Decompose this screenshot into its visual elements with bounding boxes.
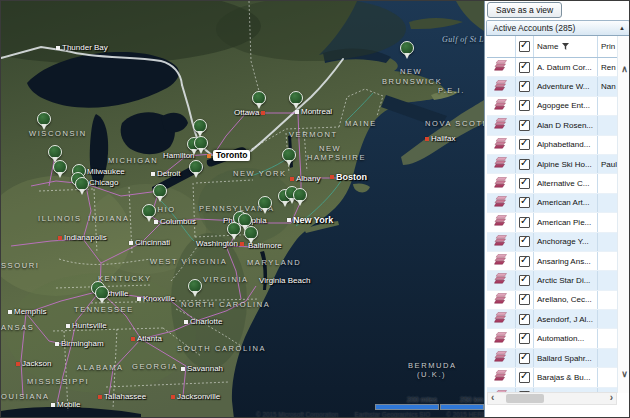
primary-column-label: Prin — [601, 42, 615, 51]
table-row[interactable]: Ansaring Ans... — [487, 252, 619, 271]
row-checkbox[interactable] — [519, 81, 530, 92]
accounts-panel-header[interactable]: Active Accounts (285) ▲ — [486, 20, 630, 36]
state-label: ANSAS — [1, 323, 34, 332]
table-row[interactable]: Alpine Ski Ho...Paul — [487, 155, 619, 174]
scroll-right-icon[interactable]: › — [610, 392, 613, 403]
map-attribution: © 2015 Microsoft Corporation Earthstar G… — [256, 411, 484, 418]
map-pin[interactable] — [282, 148, 296, 162]
table-row[interactable]: Automation... — [487, 329, 619, 348]
save-as-view-button[interactable]: Save as a view — [487, 2, 562, 18]
map-pin[interactable] — [227, 222, 241, 236]
account-icon — [494, 155, 508, 173]
city-label: Halifax — [425, 134, 455, 143]
map-pin[interactable] — [37, 112, 51, 126]
highlighted-city-label: Toronto — [207, 150, 250, 161]
city-label: Cincinnati — [129, 238, 170, 247]
table-row[interactable]: Alphabetland... — [487, 136, 619, 155]
row-checkbox[interactable] — [519, 62, 530, 73]
map-pin[interactable] — [75, 177, 89, 191]
map-pin[interactable] — [244, 226, 258, 240]
state-label: OUISIANA — [1, 392, 50, 401]
state-label: NEW — [400, 67, 422, 76]
row-checkbox[interactable] — [519, 294, 530, 305]
map-pin[interactable] — [95, 286, 109, 300]
map-pin[interactable] — [400, 41, 414, 55]
name-column-label: Name — [537, 42, 558, 51]
attribution-microsoft: © 2015 Microsoft Corporation — [256, 411, 338, 418]
account-name: Alphabetland... — [537, 140, 590, 149]
map-pin[interactable] — [189, 160, 203, 174]
row-checkbox[interactable] — [519, 139, 530, 150]
map-viewport[interactable]: WISCONSINMICHIGANILLINOISINDIANAOHIOPENN… — [1, 1, 484, 418]
horizontal-scroll-thumb[interactable] — [506, 394, 544, 403]
filter-icon[interactable] — [562, 43, 569, 50]
row-checkbox[interactable] — [519, 120, 530, 131]
table-row[interactable]: Adventure W...Nan — [487, 77, 619, 96]
row-checkbox[interactable] — [519, 372, 530, 383]
map-pin[interactable] — [194, 136, 208, 150]
account-icon — [494, 271, 508, 289]
table-row[interactable]: Arellano, Cec... — [487, 291, 619, 310]
row-checkbox[interactable] — [519, 256, 530, 267]
state-label: MAINE — [345, 119, 377, 128]
table-row[interactable]: Agopgee Ent... — [487, 97, 619, 116]
collapse-icon[interactable]: ▲ — [619, 25, 629, 31]
row-checkbox[interactable] — [519, 353, 530, 364]
scroll-down-icon[interactable]: ∨ — [619, 369, 630, 379]
table-row[interactable]: Alternative C... — [487, 174, 619, 193]
map-pin[interactable] — [193, 119, 207, 133]
horizontal-scrollbar[interactable]: ‹ › — [487, 392, 617, 405]
primary-column-header[interactable]: Prin — [598, 36, 619, 57]
row-checkbox[interactable] — [519, 100, 530, 111]
account-name: Arctic Star Di... — [537, 276, 590, 285]
scroll-up-icon[interactable]: ∧ — [619, 64, 630, 74]
scroll-left-icon[interactable]: ‹ — [491, 392, 494, 403]
state-label: BERMUDA — [408, 361, 457, 370]
account-icon — [494, 116, 508, 134]
map-pin[interactable] — [48, 145, 62, 159]
row-checkbox[interactable] — [519, 197, 530, 208]
map-pin[interactable] — [188, 279, 202, 293]
row-checkbox[interactable] — [519, 236, 530, 247]
city-label: Jackson — [16, 359, 51, 368]
table-row[interactable]: A. Datum Cor...Ren — [487, 58, 619, 77]
state-label: TENNESSEE — [74, 305, 134, 314]
map-pin[interactable] — [142, 204, 156, 218]
account-icon — [494, 368, 508, 386]
state-label: GEORGIA — [132, 362, 178, 371]
map-pin[interactable] — [293, 188, 307, 202]
account-icon — [494, 330, 508, 348]
account-icon — [494, 310, 508, 328]
row-checkbox[interactable] — [519, 314, 530, 325]
table-row[interactable]: Arctic Star Di... — [487, 271, 619, 290]
state-label: NOVA SCOTIA — [425, 119, 484, 128]
row-checkbox[interactable] — [519, 217, 530, 228]
account-icon — [494, 291, 508, 309]
map-pin[interactable] — [252, 91, 266, 105]
table-row[interactable]: Alan D Rosen... — [487, 116, 619, 135]
attribution-here: © 2015 HERE — [446, 411, 484, 418]
accounts-panel-title: Active Accounts (285) — [487, 23, 619, 33]
state-label: ILLINOIS — [38, 214, 82, 223]
name-column-header[interactable]: Name — [534, 36, 598, 57]
map-pin[interactable] — [53, 160, 67, 174]
map-pin[interactable] — [289, 91, 303, 105]
row-checkbox[interactable] — [519, 159, 530, 170]
table-row[interactable]: Barajas & Bu... — [487, 368, 619, 387]
table-row[interactable]: American Art... — [487, 194, 619, 213]
table-row[interactable]: Anchorage Y... — [487, 233, 619, 252]
row-checkbox[interactable] — [519, 275, 530, 286]
table-row[interactable]: Ballard Spahr... — [487, 349, 619, 368]
city-label: Tallahassee — [98, 392, 146, 401]
row-checkbox[interactable] — [519, 178, 530, 189]
select-all-checkbox[interactable] — [519, 41, 530, 52]
vertical-scrollbar[interactable]: ∧ ∨ — [617, 36, 630, 393]
city-label: Knoxville — [137, 294, 175, 303]
city-label: Mobile — [51, 400, 81, 409]
table-row[interactable]: Asendorf, J Al... — [487, 310, 619, 329]
table-row[interactable]: American Pie... — [487, 213, 619, 232]
row-checkbox[interactable] — [519, 333, 530, 344]
map-pin[interactable] — [153, 184, 167, 198]
state-label: INDIANA — [88, 214, 130, 223]
map-pin[interactable] — [258, 196, 272, 210]
